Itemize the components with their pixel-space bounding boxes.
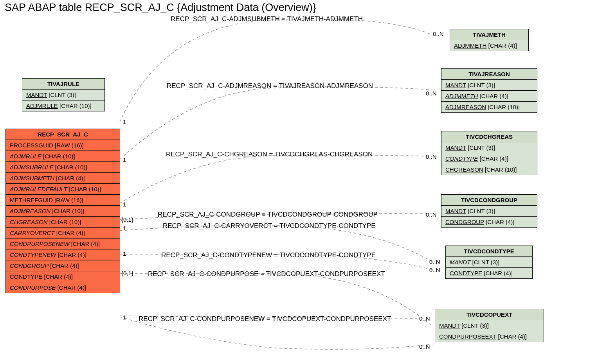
relation-label: RECP_SCR_AJ_C-CONDTYPENEW = TIVCDCONDTYP…	[161, 251, 376, 259]
entity-row: ADJMRULE [CHAR (10)]	[22, 100, 104, 111]
card-left: 1	[123, 118, 126, 125]
relation-label: RECP_SCR_AJ_C-CONDGROUP = TIVCDCONDGROUP…	[158, 211, 378, 219]
entity-row: PROCESSGUID [RAW (16)]	[6, 140, 120, 151]
entity-row: CHGREASON [CHAR (10)]	[441, 164, 537, 175]
entity-row: MANDT [CLNT (3)]	[441, 142, 537, 153]
entity-row: CONDTYPE [CHAR (4)]	[446, 268, 532, 278]
card-right: 0..N	[429, 258, 440, 265]
entity-tivajreason: TIVAJREASON MANDT [CLNT (3)] ADJMMETH [C…	[441, 68, 537, 113]
entity-row: ADJMSUBMETH [CHAR (4)]	[6, 173, 120, 184]
entity-row: MANDT [CLNT (3)]	[435, 320, 544, 331]
entity-row: CONDGROUP [CHAR (4)]	[6, 260, 120, 271]
entity-row: CARRYOVERCT [CHAR (4)]	[6, 228, 120, 238]
entity-row: CONDGROUP [CHAR (4)]	[441, 217, 537, 227]
entity-row: CONDPURPOSEEXT [CHAR (4)]	[435, 331, 544, 342]
entity-row: ADJMREASON [CHAR (10)]	[6, 206, 120, 217]
entity-tivcdcopuext: TIVCDCOPUEXT MANDT [CLNT (3)] CONDPURPOS…	[435, 309, 544, 342]
entity-tivcdchgreas: TIVCDCHGREAS MANDT [CLNT (3)] CONDTYPE […	[441, 131, 537, 175]
relation-label: RECP_SCR_AJ_C-ADJMREASON = TIVAJREASON-A…	[167, 82, 373, 90]
card-right: 0..N	[429, 267, 440, 273]
entity-row: ADJMRULEDEFAULT [CHAR (10)]	[6, 184, 120, 195]
card-left: 1	[123, 314, 126, 321]
entity-tivcdcondtype: TIVCDCONDTYPE MANDT [CLNT (3)] CONDTYPE …	[445, 246, 533, 279]
card-right: 0..N	[433, 30, 444, 37]
entity-row: CONDTYPENEW [CHAR (4)]	[6, 249, 120, 260]
card-right: 0..N	[426, 153, 437, 160]
relation-label: RECP_SCR_AJ_C-CONDPURPOSENEW = TIVCDCOPU…	[139, 315, 391, 323]
card-left: 1	[123, 201, 126, 208]
entity-header: TIVCDCOPUEXT	[435, 309, 544, 320]
entity-header: TIVCDCONDTYPE	[446, 246, 532, 257]
entity-row: CONDTYPE [CHAR (4)]	[6, 271, 120, 282]
entity-row: ADJMRULE [CHAR (10)]	[6, 151, 120, 162]
card-right: 0..N	[426, 90, 437, 97]
entity-row: ADJMMETH [CHAR (4)]	[450, 40, 528, 51]
relation-label: RECP_SCR_AJ_C-ADJMSUBMETH = TIVAJMETH-AD…	[171, 15, 363, 23]
entity-row: CONDTYPE [CHAR (4)]	[441, 153, 537, 164]
relation-label: RECP_SCR_AJ_C-CONDPURPOSE = TIVCDCOPUEXT…	[148, 270, 385, 278]
card-left: 1	[123, 250, 126, 257]
entity-tivajrule: TIVAJRULE MANDT [CLNT (3)] ADJMRULE [CHA…	[22, 78, 105, 111]
entity-header: TIVAJREASON	[441, 69, 537, 80]
entity-row: MANDT [CLNT (3)]	[446, 257, 532, 268]
entity-header: TIVCDCONDGROUP	[441, 195, 537, 206]
card-right: 0..N	[426, 211, 437, 218]
entity-row: MANDT [CLNT (3)]	[441, 206, 537, 217]
relation-label: RECP_SCR_AJ_C-CHGREASON = TIVCDCHGREAS-C…	[166, 151, 373, 158]
card-left: 1	[123, 225, 126, 231]
entity-row: MANDT [CLNT (3)]	[22, 90, 104, 100]
card-left: {0,1}	[121, 270, 133, 276]
page-title: SAP ABAP table RECP_SCR_AJ_C {Adjustment…	[5, 2, 316, 14]
entity-row: CONDPURPOSENEW [CHAR (4)]	[6, 238, 120, 249]
entity-tivajmeth: TIVAJMETH ADJMMETH [CHAR (4)]	[450, 29, 529, 51]
entity-row: CONDPURPOSE [CHAR (4)]	[6, 282, 120, 293]
entity-row: CHGREASON [CHAR (10)]	[6, 217, 120, 228]
card-left: 1	[123, 156, 126, 163]
entity-header: TIVAJRULE	[22, 79, 104, 90]
entity-header: RECP_SCR_AJ_C	[6, 129, 120, 140]
entity-row: ADJMSUBRULE [CHAR (10)]	[6, 162, 120, 173]
entity-header: TIVCDCHGREAS	[441, 131, 537, 142]
card-right: 0..N	[419, 343, 430, 350]
entity-row: METHREFGUID [RAW (16)]	[6, 195, 120, 206]
entity-row: ADJMREASON [CHAR (10)]	[441, 102, 537, 112]
relation-label: RECP_SCR_AJ_C-CARRYOVERCT = TIVCDCONDTYP…	[163, 222, 376, 230]
entity-recp-scr-aj-c: RECP_SCR_AJ_C PROCESSGUID [RAW (16)] ADJ…	[5, 129, 120, 293]
card-left: {0,1}	[121, 216, 133, 223]
entity-row: ADJMMETH [CHAR (4)]	[441, 91, 537, 102]
entity-tivcdcondgroup: TIVCDCONDGROUP MANDT [CLNT (3)] CONDGROU…	[441, 194, 537, 228]
card-right: 0..N	[419, 315, 430, 322]
entity-row: MANDT [CLNT (3)]	[441, 80, 537, 91]
entity-header: TIVAJMETH	[450, 29, 528, 40]
